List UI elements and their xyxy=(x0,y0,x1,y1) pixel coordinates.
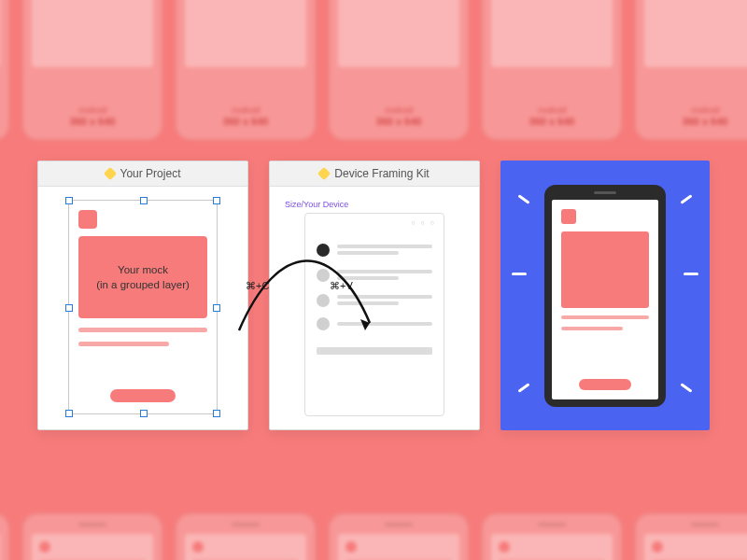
background-device-row-top: Android360 x 640 Android360 x 640 Androi… xyxy=(0,0,747,140)
bg-device-android: Android360 x 640 xyxy=(22,0,162,140)
emphasis-spark-icon xyxy=(680,194,692,203)
result-text-line xyxy=(561,315,649,319)
emphasis-spark-icon xyxy=(684,273,698,275)
copy-shortcut-label: ⌘+C xyxy=(246,280,269,292)
result-screen xyxy=(552,200,658,399)
emphasis-spark-icon xyxy=(517,383,529,392)
mock-caption-text: Your mock (in a grouped layer) xyxy=(96,262,190,292)
selection-handle-icon xyxy=(213,410,220,417)
mock-cta-pill xyxy=(110,389,176,402)
emphasis-spark-icon xyxy=(517,194,529,203)
bg-device-iphone-plus: iPhone Plus414 x 736 xyxy=(0,513,9,560)
bg-device-android: Android360 x 640 xyxy=(176,0,316,140)
panel-source-header: Your Project xyxy=(38,161,247,187)
emphasis-spark-icon xyxy=(512,273,527,275)
bg-device-iphone-plus: iPhone Plus414 x 736 xyxy=(329,513,469,560)
selection-handle-icon xyxy=(65,197,73,204)
selection-handle-icon xyxy=(140,410,148,417)
list-avatar-icon xyxy=(317,244,330,257)
sketch-diamond-icon xyxy=(317,167,331,180)
list-avatar-icon xyxy=(317,317,330,330)
sketch-diamond-icon xyxy=(103,167,116,180)
selected-mock-artboard: Your mock (in a grouped layer) xyxy=(68,200,218,414)
kit-bottom-bar xyxy=(317,347,432,355)
mock-text-line xyxy=(78,328,207,332)
bg-device-platform-label: Android xyxy=(0,105,9,116)
result-hero-block xyxy=(561,231,649,308)
bg-device-android: Android360 x 640 xyxy=(482,0,622,140)
result-device-frame xyxy=(544,185,666,407)
selection-handle-icon xyxy=(65,410,73,417)
bg-device-iphone-plus: iPhone Plus414 x 736 xyxy=(176,513,316,560)
panel-source-project: Your Project Your mock (in a grouped lay… xyxy=(37,161,248,430)
list-avatar-icon xyxy=(317,294,330,307)
emphasis-spark-icon xyxy=(680,383,692,392)
window-traffic-lights-icon: ○ ○ ○ xyxy=(411,219,436,226)
panel-device-kit: Device Framing Kit Size/Your Device ○ ○ … xyxy=(269,161,480,430)
panel-framed-result xyxy=(500,161,710,430)
diagram-stage: Android360 x 640 Android360 x 640 Androi… xyxy=(0,0,747,560)
bg-device-iphone-plus: iPhone Plus414 x 736 xyxy=(482,513,622,560)
background-device-row-bottom: iPhone Plus414 x 736 iPhone Plus414 x 73… xyxy=(0,513,747,560)
workflow-panels: Your Project Your mock (in a grouped lay… xyxy=(37,161,710,430)
kit-artboard-size-label: Size/Your Device xyxy=(285,200,466,209)
mock-app-logo-icon xyxy=(78,210,97,229)
panel-source-title: Your Project xyxy=(120,167,181,180)
selection-handle-icon xyxy=(140,197,148,204)
phone-speaker-icon xyxy=(594,191,616,194)
panel-kit-title: Device Framing Kit xyxy=(334,167,429,180)
panel-kit-header: Device Framing Kit xyxy=(270,161,479,187)
result-cta-pill xyxy=(579,379,631,390)
mock-text-line xyxy=(78,342,169,346)
selection-handle-icon xyxy=(65,304,73,312)
result-app-logo-icon xyxy=(561,209,576,224)
result-text-line xyxy=(561,327,623,330)
bg-device-android: Android360 x 640 xyxy=(329,0,469,140)
bg-device-iphone-plus: iPhone Plus414 x 736 xyxy=(635,513,747,560)
list-avatar-icon xyxy=(317,269,330,282)
bg-device-android: Android360 x 640 xyxy=(635,0,747,140)
selection-handle-icon xyxy=(213,197,220,204)
bg-device-iphone-plus: iPhone Plus414 x 736 xyxy=(22,513,162,560)
paste-shortcut-label: ⌘+V xyxy=(330,280,353,292)
selection-handle-icon xyxy=(213,304,220,312)
mock-hero-block: Your mock (in a grouped layer) xyxy=(78,236,207,318)
kit-device-template: ○ ○ ○ xyxy=(304,213,444,416)
bg-device-android: Android360 x 640 xyxy=(0,0,9,140)
